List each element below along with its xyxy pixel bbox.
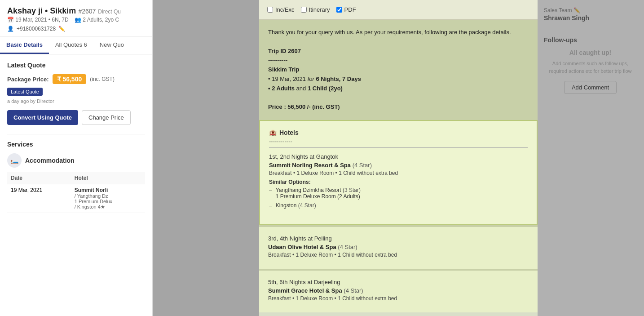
hotels-block: 🏨 Hotels ------------ 1st, 2nd Nights at… xyxy=(259,120,538,225)
similar-item-1b: – Kingston (4 Star) xyxy=(269,202,528,209)
col-date: Date xyxy=(7,172,71,184)
night-title-1: 1st, 2nd Nights at Gangtok xyxy=(269,153,528,160)
alt-hotel-1: / Yangthang Dz 1 Premium Delux xyxy=(75,193,141,204)
right-area: Sales Team ✏️ Shrawan Singh Follow-ups A… xyxy=(153,0,644,316)
quote-by: a day ago by Director xyxy=(7,98,145,104)
price-value: ₹ 56,500 xyxy=(53,74,87,84)
trip-meta: 📅 19 Mar, 2021 • 6N, 7D 👥 2 Adults, 2yo … xyxy=(7,17,145,23)
hotel-main-1: Summit Norling Resort & Spa (4 Star) xyxy=(269,162,528,169)
checkbox-itinerary[interactable]: Itinerary xyxy=(301,6,330,13)
checkbox-pdf[interactable]: PDF xyxy=(336,6,356,13)
left-panel: Akshay ji • Sikkim #2607 Direct Qu 📅 19 … xyxy=(0,0,153,316)
price-note: (inc. GST) xyxy=(90,76,115,82)
action-buttons: Convert Using Quote Change Price xyxy=(7,110,145,125)
services-title: Services xyxy=(7,141,145,148)
latest-quote-title: Latest Quote xyxy=(7,62,145,69)
meal-info-1: Breakfast • 1 Deluxe Room • 1 Child with… xyxy=(269,170,528,176)
latest-quote-badge: Latest Quote xyxy=(7,88,43,96)
change-price-button[interactable]: Change Price xyxy=(82,110,131,125)
hotel-icon: 🏨 xyxy=(269,129,277,136)
page-title: Akshay ji • Sikkim #2607 Direct Qu xyxy=(7,6,145,16)
similar-item-1a: – Yangthang Dzimkha Resort (3 Star) 1 Pr… xyxy=(269,187,528,200)
left-content: Latest Quote Package Price: ₹ 56,500 (in… xyxy=(0,54,152,220)
col-hotel: Hotel xyxy=(71,172,145,184)
tab-new-quote[interactable]: New Quo xyxy=(93,37,130,54)
row-hotel: Summit Norli / Yangthang Dz 1 Premium De… xyxy=(71,184,145,213)
tab-all-quotes[interactable]: All Quotes 6 xyxy=(49,37,93,54)
inc-exc-checkbox[interactable] xyxy=(267,7,273,13)
itinerary-checkbox[interactable] xyxy=(301,7,307,13)
calendar-icon: 📅 xyxy=(7,17,14,23)
intro-text: Thank you for your query with us. As per… xyxy=(268,28,529,112)
guests-icon: 👥 xyxy=(75,17,81,23)
dash-icon: – xyxy=(269,187,272,194)
night-title-3: 5th, 6th Nights at Darjeeling xyxy=(268,279,529,285)
meal-info-2: Breakfast • 1 Deluxe Room • 1 Child with… xyxy=(268,252,529,258)
tab-basic-details[interactable]: Basic Details xyxy=(0,37,49,54)
pdf-checkbox[interactable] xyxy=(336,7,342,13)
hotel-group-2: 3rd, 4th Nights at Pelling Udaan Olive H… xyxy=(259,227,538,269)
alt-hotel-2: / Kingston 4★ xyxy=(75,204,141,210)
intro-block: Thank you for your query with us. As per… xyxy=(259,20,538,120)
accommodation-table-wrapper: Date Hotel 19 Mar, 2021 Summit Norli / xyxy=(7,172,145,213)
price-label: Package Price: xyxy=(7,76,49,83)
checkbox-group: Inc/Exc Itinerary PDF xyxy=(267,6,356,13)
hotels-divider-text: ------------ xyxy=(269,138,528,145)
trip-type: Direct Qu xyxy=(98,9,121,15)
trip-id: #2607 xyxy=(78,8,96,15)
modal-top-bar: Inc/Exc Itinerary PDF xyxy=(259,0,538,20)
person-icon: 👤 xyxy=(7,26,14,32)
tab-bar: Basic Details All Quotes 6 New Quo xyxy=(0,37,152,54)
header-bar: Akshay ji • Sikkim #2607 Direct Qu 📅 19 … xyxy=(0,0,152,37)
row-date: 19 Mar, 2021 xyxy=(7,184,71,213)
accommodation-header: 🛏️ Accommodation xyxy=(7,153,145,168)
edit-icon[interactable]: ✏️ xyxy=(58,26,65,32)
modal-panel: Inc/Exc Itinerary PDF xyxy=(259,0,538,316)
hotel-main-2: Udaan Olive Hotel & Spa (4 Star) xyxy=(268,244,529,250)
accommodation-title: Accommodation xyxy=(25,157,75,164)
phone-row: 👤 +918000631728 ✏️ xyxy=(7,26,145,32)
accommodation-icon: 🛏️ xyxy=(7,153,22,168)
night-title-2: 3rd, 4th Nights at Pelling xyxy=(268,235,529,242)
services-section: Services 🛏️ Accommodation Date Hotel xyxy=(7,134,145,213)
hotel-group-1: 1st, 2nd Nights at Gangtok Summit Norlin… xyxy=(269,153,528,209)
dash-icon: – xyxy=(269,203,272,209)
price-row: Package Price: ₹ 56,500 (inc. GST) xyxy=(7,74,145,84)
similar-label-1: Similar Options: xyxy=(269,179,528,185)
hotel-main-3: Summit Grace Hotel & Spa (4 Star) xyxy=(268,287,529,294)
modal-overlay: Inc/Exc Itinerary PDF xyxy=(153,0,644,316)
trip-title: Akshay ji • Sikkim xyxy=(7,6,76,15)
table-row: 19 Mar, 2021 Summit Norli / Yangthang Dz… xyxy=(7,184,145,213)
checkbox-inc-exc[interactable]: Inc/Exc xyxy=(267,6,295,13)
phone-number: +918000631728 xyxy=(17,26,56,32)
meal-info-3: Breakfast • 1 Deluxe Room • 1 Child with… xyxy=(268,295,529,302)
accommodation-table: Date Hotel 19 Mar, 2021 Summit Norli / xyxy=(7,172,145,213)
hotels-title: 🏨 Hotels xyxy=(269,129,528,136)
convert-using-quote-button[interactable]: Convert Using Quote xyxy=(7,110,78,125)
hotel-name: Summit Norli xyxy=(75,187,141,193)
hotel-group-3: 5th, 6th Nights at Darjeeling Summit Gra… xyxy=(259,271,538,312)
